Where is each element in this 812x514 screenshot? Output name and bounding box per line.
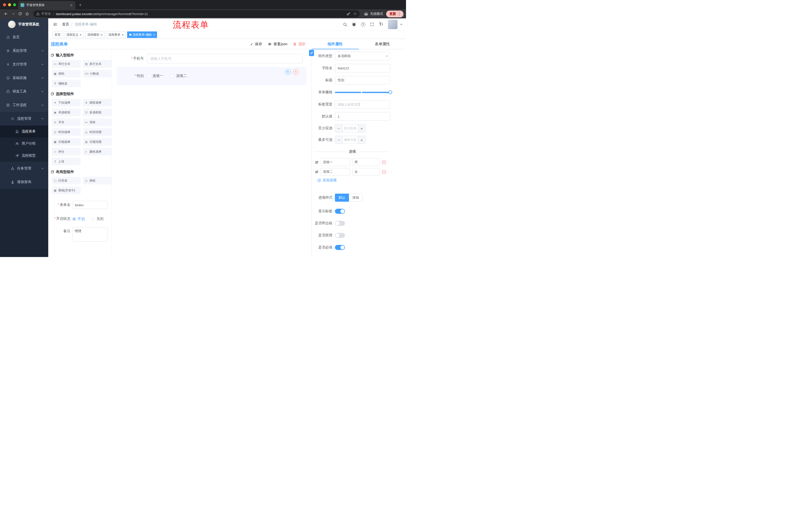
zoom-window-button[interactable] (13, 3, 16, 6)
sidebar-item-process-model[interactable]: 流程模型 (0, 150, 48, 162)
close-window-button[interactable] (3, 3, 6, 6)
new-tab-button[interactable]: + (79, 2, 82, 7)
browser-tab[interactable]: 芋道管理系统 × (18, 1, 76, 9)
remove-option-button[interactable] (382, 170, 386, 174)
minimize-window-button[interactable] (8, 3, 11, 6)
component-chip-time-range[interactable]: ◶时间范围 (83, 128, 112, 136)
tag-process-form[interactable]: 流程表单 × (106, 31, 126, 38)
address-bar[interactable]: 不安全 dashboard.yudao.iocoder.cn /bpm/mana… (33, 10, 360, 17)
home-button[interactable] (24, 10, 31, 17)
tag-home[interactable]: 首页 (52, 31, 63, 38)
sidebar-item-workflow[interactable]: 工作流程 (0, 98, 48, 112)
canvas-field-gender-selected[interactable]: *性别 选项一 选项二 (117, 67, 307, 85)
breadcrumb-home[interactable]: 首页 (62, 22, 69, 27)
tag-process-form-edit[interactable]: 流程表单-编辑 × (127, 31, 157, 38)
status-radio-off[interactable]: 关闭 (91, 217, 104, 221)
reload-button[interactable] (17, 10, 24, 17)
component-chip-date-range[interactable]: ▥日期范围 (83, 138, 112, 145)
bookmark-star-icon[interactable]: ☆ (352, 11, 358, 17)
hamburger-menu-icon[interactable] (52, 21, 58, 27)
clear-button[interactable]: 清空 (293, 42, 306, 47)
forward-button[interactable] (9, 10, 17, 17)
view-json-button[interactable]: 查看json (267, 42, 287, 47)
decrease-button[interactable]: − (335, 125, 343, 132)
component-chip-counter[interactable]: 123计数器 (83, 70, 112, 77)
github-icon[interactable] (350, 21, 358, 28)
field-name-input[interactable] (335, 64, 390, 73)
title-input[interactable] (335, 76, 390, 84)
drag-handle-icon[interactable] (315, 170, 319, 174)
close-icon[interactable]: × (153, 33, 155, 36)
option-value-input[interactable] (352, 168, 380, 175)
tag-process-model[interactable]: 流程模型 × (85, 31, 105, 38)
sidebar-item-dev-tools[interactable]: 研发工具 (0, 85, 48, 98)
style-button-button[interactable]: 按钮 (349, 194, 363, 202)
show-label-switch[interactable] (335, 209, 345, 214)
update-button[interactable]: 更新 ⋮ (386, 10, 404, 17)
decrease-button[interactable]: − (335, 136, 343, 143)
back-button[interactable] (2, 10, 9, 17)
sidebar-item-task-management[interactable]: 任务管理 (0, 162, 48, 175)
sidebar-item-user-group[interactable]: 用户分组 (0, 138, 48, 150)
form-name-input[interactable] (72, 201, 108, 209)
close-icon[interactable]: × (80, 33, 82, 36)
tab-form-props[interactable]: 表单属性 (359, 39, 406, 49)
sidebar-item-process-management[interactable]: 流程管理 (0, 112, 48, 126)
help-icon[interactable]: ? (359, 21, 367, 28)
checkbox-option-1[interactable]: 选项一 (147, 74, 163, 78)
search-icon[interactable] (341, 21, 349, 28)
phone-input[interactable] (147, 54, 303, 63)
component-type-select[interactable]: 多选框组 ▾ (335, 52, 390, 60)
component-chip-button[interactable]: ◻按钮 (83, 177, 112, 184)
add-option-button[interactable]: 添加选项 (317, 178, 406, 183)
sidebar-item-infrastructure[interactable]: 基础设施 (0, 71, 48, 85)
drag-handle-icon[interactable] (315, 160, 319, 164)
save-button[interactable]: ✓ 保存 (250, 42, 262, 47)
status-radio-on[interactable]: 开启 (72, 217, 85, 221)
component-chip-date-picker[interactable]: ▦日期选择 (52, 138, 81, 145)
disabled-switch[interactable] (335, 233, 345, 238)
canvas-field-phone[interactable]: *手机号 (117, 54, 307, 63)
sidebar-item-leave-query[interactable]: 请假查询 (0, 175, 48, 189)
component-chip-select[interactable]: ▾下拉选择 (52, 99, 81, 106)
sidebar-item-process-form[interactable]: 流程表单 (0, 126, 48, 138)
label-width-input[interactable] (335, 100, 390, 109)
component-chip-editor[interactable]: ¶编辑器 (52, 80, 81, 87)
required-switch[interactable] (335, 245, 345, 250)
grid-slider[interactable] (335, 88, 390, 97)
component-chip-radio-group[interactable]: ◉单选框组 (52, 109, 81, 116)
slider-handle[interactable] (388, 90, 392, 94)
password-key-icon[interactable] (345, 11, 352, 17)
tab-component-props[interactable]: 组件属性 (312, 39, 359, 49)
user-avatar[interactable] (388, 20, 398, 29)
font-size-icon[interactable]: TT (377, 21, 385, 28)
max-select-value[interactable]: 最多可选 (343, 136, 358, 143)
close-icon[interactable]: × (122, 33, 124, 36)
increase-button[interactable]: + (358, 136, 365, 143)
form-canvas[interactable]: *手机号 *性别 选项一 选项二 (112, 49, 312, 257)
component-chip-upload[interactable]: ↥上传 (52, 158, 81, 165)
component-chip-table[interactable]: ▦表格[开发中] (52, 187, 81, 194)
option-label-input[interactable] (321, 158, 350, 166)
fullscreen-icon[interactable] (368, 21, 376, 28)
tag-process-definition[interactable]: 流程定义 × (64, 31, 84, 38)
chevron-down-icon[interactable] (402, 15, 404, 17)
option-value-input[interactable] (352, 158, 380, 166)
copy-field-button[interactable] (285, 69, 291, 75)
sidebar-item-payment[interactable]: ¥ 支付管理 (0, 58, 48, 71)
sidebar-item-home[interactable]: 首页 (0, 30, 48, 44)
style-default-button[interactable]: 默认 (335, 194, 349, 202)
component-chip-multi-text[interactable]: ▤多行文本 (83, 60, 112, 67)
increase-button[interactable]: + (358, 125, 365, 132)
min-select-value[interactable]: 至少应选 (343, 125, 358, 132)
sidebar-logo[interactable]: 芋道管理系统 (0, 18, 48, 30)
border-switch[interactable] (335, 221, 345, 226)
option-label-input[interactable] (321, 168, 350, 175)
component-chip-slider[interactable]: ⊷滑块 (83, 118, 112, 126)
panel-link-handle[interactable] (309, 50, 314, 56)
menu-kebab-icon[interactable]: ⋮ (397, 11, 402, 16)
component-chip-single-text[interactable]: ▭单行文本 (52, 60, 81, 67)
component-chip-time-picker[interactable]: ◷时间选择 (52, 128, 81, 136)
component-chip-switch[interactable]: ⊙开关 (52, 118, 81, 126)
default-value-input[interactable] (335, 112, 390, 121)
